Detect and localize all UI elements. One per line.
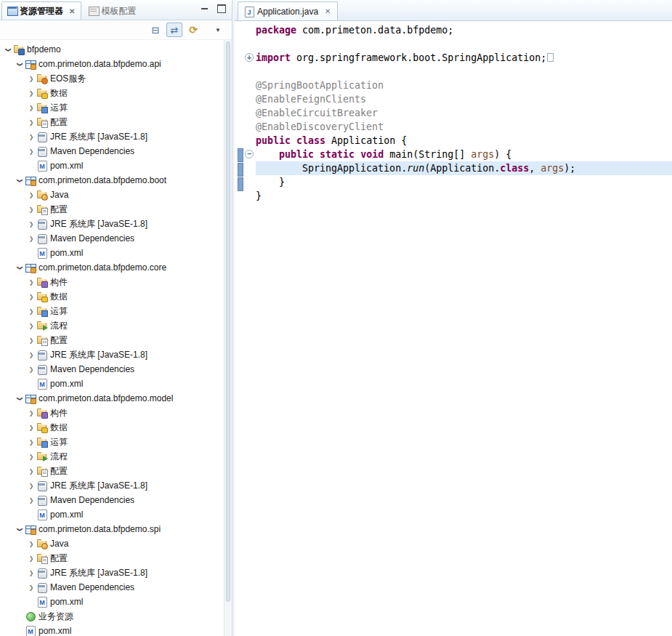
code-line[interactable]: }	[256, 189, 672, 203]
minimize-view-icon[interactable]	[198, 4, 210, 14]
expand-arrow-icon[interactable]: ❯	[26, 294, 36, 300]
expand-arrow-icon[interactable]: ❯	[26, 439, 36, 446]
collapse-arrow-icon[interactable]: ❯	[5, 44, 12, 55]
expand-arrow-icon[interactable]: ❯	[26, 76, 36, 82]
fold-collapse-icon[interactable]: −	[245, 150, 254, 158]
code-line[interactable]: }	[256, 175, 672, 189]
expand-arrow-icon[interactable]: ❯	[26, 483, 36, 489]
view-menu-icon[interactable]: ▼	[210, 23, 226, 37]
expand-arrow-icon[interactable]: ❯	[26, 119, 36, 126]
code-line[interactable]	[256, 65, 672, 79]
tree-item[interactable]: ❯数据	[0, 86, 224, 100]
code-editor[interactable]: +− package com.primeton.data.bfpdemo;imp…	[235, 21, 672, 636]
code-line[interactable]: @EnableFeignClients	[256, 92, 672, 106]
tree-item[interactable]: pom.xml	[0, 595, 224, 609]
scrollbar-thumb[interactable]	[226, 41, 230, 602]
expand-arrow-icon[interactable]: ❯	[26, 236, 36, 242]
tree-item[interactable]: ❯com.primeton.data.bfpdemo.spi	[0, 522, 224, 536]
tree-item[interactable]: ❯com.primeton.data.bfpdemo.api	[0, 57, 224, 71]
tree-item[interactable]: ❯配置	[0, 551, 224, 565]
tree-item[interactable]: ❯配置	[0, 333, 224, 347]
tree-item[interactable]: ❯Java	[0, 536, 224, 551]
link-with-editor-icon[interactable]: ⇄	[166, 23, 182, 37]
tree-item[interactable]: ❯流程	[0, 318, 224, 333]
tree-item[interactable]: ❯Maven Dependencies	[0, 362, 224, 377]
tree-item[interactable]: 业务资源	[0, 609, 224, 624]
tree-item[interactable]: ❯流程	[0, 449, 224, 464]
expand-arrow-icon[interactable]: ❯	[26, 410, 36, 416]
tab-resource-manager[interactable]: 资源管理器 ✕	[1, 1, 81, 20]
code-line[interactable]: import org.springframework.boot.SpringAp…	[256, 51, 672, 65]
tree-item[interactable]: pom.xml	[0, 158, 224, 173]
expand-arrow-icon[interactable]: ❯	[26, 105, 36, 111]
tree-item[interactable]: ❯数据	[0, 289, 224, 304]
tree-item[interactable]: pom.xml	[0, 624, 224, 636]
refresh-icon[interactable]: ⟳	[185, 23, 201, 37]
close-icon[interactable]: ✕	[325, 7, 331, 15]
collapse-arrow-icon[interactable]: ❯	[17, 262, 23, 273]
expand-arrow-icon[interactable]: ❯	[26, 192, 36, 198]
tree-item[interactable]: ❯JRE 系统库 [JavaSE-1.8]	[0, 217, 224, 231]
code-line[interactable]: @EnableDiscoveryClient	[256, 120, 672, 134]
tree-item[interactable]: ❯com.primeton.data.bfpdemo.core	[0, 260, 224, 275]
tree-item[interactable]: ❯运算	[0, 435, 224, 449]
tree-item[interactable]: ❯Java	[0, 188, 224, 202]
expand-arrow-icon[interactable]: ❯	[26, 424, 36, 431]
code-line[interactable]: public static void main(String[] args) {	[256, 148, 672, 161]
expand-arrow-icon[interactable]: ❯	[26, 337, 36, 344]
tree-item[interactable]: ❯Maven Dependencies	[0, 144, 224, 158]
expand-arrow-icon[interactable]: ❯	[26, 279, 36, 286]
tree-item[interactable]: ❯com.primeton.data.bfpdemo.boot	[0, 173, 224, 188]
expand-arrow-icon[interactable]: ❯	[26, 221, 36, 228]
tree-item[interactable]: ❯数据	[0, 420, 224, 435]
collapse-arrow-icon[interactable]: ❯	[17, 175, 23, 185]
expand-arrow-icon[interactable]: ❯	[26, 555, 36, 562]
close-icon[interactable]: ✕	[69, 7, 75, 15]
tree-item[interactable]: pom.xml	[0, 377, 224, 391]
expand-arrow-icon[interactable]: ❯	[26, 468, 36, 475]
tree-item[interactable]: ❯EOS服务	[0, 71, 224, 86]
expand-arrow-icon[interactable]: ❯	[26, 308, 36, 315]
tree-item[interactable]: ❯运算	[0, 304, 224, 318]
expand-arrow-icon[interactable]: ❯	[26, 148, 36, 155]
expand-arrow-icon[interactable]: ❯	[26, 570, 36, 576]
code-line[interactable]	[256, 37, 672, 51]
code-line[interactable]: @SpringBootApplication	[256, 79, 672, 92]
code-line[interactable]: package com.primeton.data.bfpdemo;	[256, 23, 672, 37]
tree-item[interactable]: ❯构件	[0, 275, 224, 289]
expand-arrow-icon[interactable]: ❯	[26, 497, 36, 504]
tree-item[interactable]: ❯Maven Dependencies	[0, 580, 224, 595]
tree-item[interactable]: ❯JRE 系统库 [JavaSE-1.8]	[0, 129, 224, 144]
tab-template-config[interactable]: 模板配置	[83, 1, 144, 20]
code-area[interactable]: package com.primeton.data.bfpdemo;import…	[256, 21, 672, 636]
code-line[interactable]: public class Application {	[256, 134, 672, 148]
expand-arrow-icon[interactable]: ❯	[26, 352, 36, 358]
fold-expand-icon[interactable]: +	[245, 53, 254, 62]
tree-item[interactable]: ❯构件	[0, 406, 224, 420]
tab-application-java[interactable]: Application.java ✕	[238, 1, 338, 20]
tree-item[interactable]: ❯Maven Dependencies	[0, 231, 224, 246]
expand-arrow-icon[interactable]: ❯	[26, 541, 36, 547]
tree-item[interactable]: ❯Maven Dependencies	[0, 493, 224, 507]
collapse-arrow-icon[interactable]: ❯	[17, 393, 23, 403]
tree-item[interactable]: ❯JRE 系统库 [JavaSE-1.8]	[0, 347, 224, 362]
code-line-current[interactable]: SpringApplication.run(Application.class,…	[256, 161, 672, 175]
tree-item[interactable]: ❯配置	[0, 202, 224, 217]
expand-arrow-icon[interactable]: ❯	[26, 323, 36, 329]
collapse-arrow-icon[interactable]: ❯	[17, 59, 23, 69]
collapse-all-icon[interactable]: ⊟	[147, 23, 163, 37]
expand-arrow-icon[interactable]: ❯	[26, 206, 36, 213]
collapse-arrow-icon[interactable]: ❯	[17, 524, 23, 534]
expand-arrow-icon[interactable]: ❯	[26, 90, 36, 97]
code-line[interactable]: @EnableCircuitBreaker	[256, 106, 672, 120]
tree-scrollbar[interactable]	[224, 40, 232, 636]
expand-arrow-icon[interactable]: ❯	[26, 454, 36, 460]
maximize-view-icon[interactable]	[216, 4, 227, 14]
expand-arrow-icon[interactable]: ❯	[26, 366, 36, 373]
tree-item[interactable]: ❯运算	[0, 100, 224, 115]
tree-item[interactable]: pom.xml	[0, 507, 224, 522]
tree-item[interactable]: ❯JRE 系统库 [JavaSE-1.8]	[0, 478, 224, 493]
tree-item[interactable]: pom.xml	[0, 246, 224, 260]
tree-item[interactable]: ❯com.primeton.data.bfpdemo.model	[0, 391, 224, 406]
tree-item[interactable]: ❯配置	[0, 115, 224, 129]
